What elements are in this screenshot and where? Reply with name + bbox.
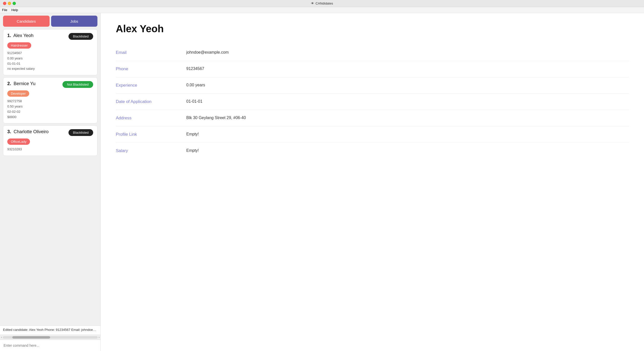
detail-row-date: Date of Application 01-01-01: [116, 94, 629, 110]
jobs-button[interactable]: Jobs: [51, 16, 98, 27]
detail-label-email: Email: [116, 50, 186, 55]
scrollbar-area: ‹ ›: [0, 335, 100, 340]
menu-file[interactable]: File: [2, 8, 7, 12]
detail-label-date: Date of Application: [116, 99, 186, 104]
command-input[interactable]: [0, 340, 100, 351]
candidate-name-3: 3. Charlotte Oliveiro: [7, 129, 49, 134]
detail-label-profile-link: Profile Link: [116, 132, 186, 137]
status-badge-3: Blacklisted: [68, 129, 93, 136]
candidate-info-3: 93210283: [7, 147, 93, 152]
detail-candidate-name: Alex Yeoh: [116, 23, 629, 34]
command-input-area: [0, 340, 100, 351]
detail-value-address: Blk 30 Geylang Street 29, #06-40: [186, 116, 629, 120]
detail-value-experience: 0.00 years: [186, 83, 629, 87]
title-bar: 👁 CANdidates: [0, 0, 644, 7]
detail-value-phone: 91234567: [186, 66, 629, 71]
detail-value-email: johndoe@example.com: [186, 50, 629, 55]
left-panel: Candidates Jobs 1. Alex Yeoh Blacklisted…: [0, 13, 101, 351]
detail-row-address: Address Blk 30 Geylang Street 29, #06-40: [116, 110, 629, 126]
detail-value-date: 01-01-01: [186, 99, 629, 104]
card-header-2: 2. Bernice Yu Not Blacklisted: [7, 81, 93, 88]
app-icon: 👁: [311, 2, 314, 5]
detail-label-phone: Phone: [116, 66, 186, 72]
menu-help[interactable]: Help: [11, 8, 18, 12]
right-panel: Alex Yeoh Email johndoe@example.com Phon…: [101, 13, 644, 351]
detail-fields: Email johndoe@example.com Phone 91234567…: [116, 45, 629, 159]
candidate-list: 1. Alex Yeoh Blacklisted Hairdresser 912…: [0, 29, 100, 326]
status-log: Edited candidate: Alex Yeoh Phone: 91234…: [0, 326, 100, 335]
job-tag-2: Developer: [7, 90, 93, 99]
app-title: 👁 CANdidates: [311, 2, 333, 5]
detail-row-email: Email johndoe@example.com: [116, 45, 629, 61]
detail-row-profile-link: Profile Link Empty!: [116, 126, 629, 143]
close-button[interactable]: [3, 2, 6, 5]
detail-label-experience: Experience: [116, 83, 186, 88]
window-controls: [3, 2, 16, 5]
card-header-1: 1. Alex Yeoh Blacklisted: [7, 33, 93, 40]
status-badge-2: Not Blacklisted: [62, 81, 93, 88]
scroll-right-arrow[interactable]: ›: [99, 336, 99, 339]
candidate-card-2[interactable]: 2. Bernice Yu Not Blacklisted Developer …: [3, 77, 97, 123]
card-header-3: 3. Charlotte Oliveiro Blacklisted: [7, 129, 93, 136]
main-content: Candidates Jobs 1. Alex Yeoh Blacklisted…: [0, 13, 644, 351]
nav-buttons: Candidates Jobs: [0, 13, 100, 29]
status-badge-1: Blacklisted: [68, 33, 93, 40]
detail-value-salary: Empty!: [186, 148, 629, 153]
job-tag-3: OfficeLady: [7, 138, 93, 147]
candidate-card-3[interactable]: 3. Charlotte Oliveiro Blacklisted Office…: [3, 125, 97, 156]
minimize-button[interactable]: [8, 2, 11, 5]
scroll-left-arrow[interactable]: ‹: [1, 336, 2, 339]
detail-row-phone: Phone 91234567: [116, 61, 629, 77]
candidate-name-1: 1. Alex Yeoh: [7, 33, 33, 38]
candidate-info-1: 91234567 0.00 years 01-01-01 no expected…: [7, 51, 93, 72]
candidate-name-2: 2. Bernice Yu: [7, 81, 35, 86]
detail-value-profile-link: Empty!: [186, 132, 629, 136]
detail-row-salary: Salary Empty!: [116, 143, 629, 159]
detail-row-experience: Experience 0.00 years: [116, 77, 629, 94]
detail-label-salary: Salary: [116, 148, 186, 153]
detail-label-address: Address: [116, 116, 186, 121]
candidates-button[interactable]: Candidates: [3, 16, 50, 27]
candidate-card-1[interactable]: 1. Alex Yeoh Blacklisted Hairdresser 912…: [3, 29, 97, 75]
scroll-thumb[interactable]: [12, 336, 50, 339]
candidate-info-2: 99272758 0.50 years 02-02-02 $8800: [7, 99, 93, 120]
menu-bar: File Help: [0, 7, 644, 13]
scroll-track[interactable]: [3, 336, 97, 339]
job-tag-1: Hairdresser: [7, 42, 93, 51]
maximize-button[interactable]: [13, 2, 16, 5]
